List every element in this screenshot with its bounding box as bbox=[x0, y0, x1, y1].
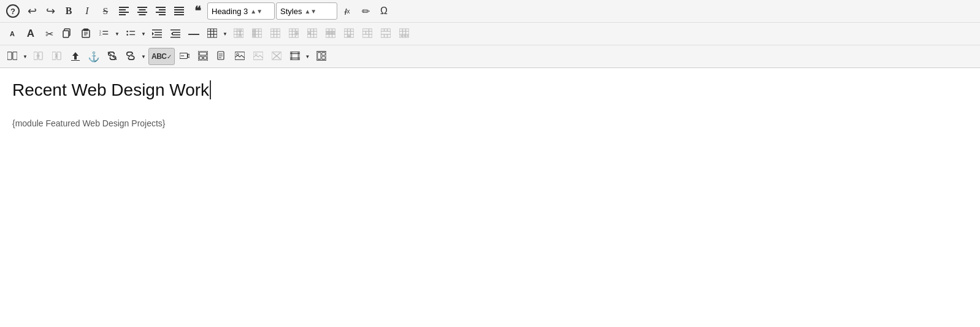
table-cols-button[interactable] bbox=[248, 25, 266, 42]
editor-heading[interactable]: Recent Web Design Work bbox=[12, 80, 211, 99]
copy-button[interactable] bbox=[59, 25, 76, 42]
media-manager-button[interactable] bbox=[313, 48, 330, 65]
svg-rect-132 bbox=[204, 56, 207, 60]
add-column-icon bbox=[34, 51, 44, 63]
undo-icon: ↩ bbox=[28, 4, 37, 18]
anchor-button[interactable]: ⚓ bbox=[85, 48, 102, 65]
table-del-col-button[interactable] bbox=[230, 25, 247, 42]
svg-rect-97 bbox=[381, 29, 391, 37]
hr-button[interactable]: — bbox=[185, 25, 202, 42]
align-justify-icon bbox=[174, 6, 184, 17]
outdent-button[interactable] bbox=[167, 25, 184, 42]
table-arrow[interactable]: ▼ bbox=[221, 25, 229, 42]
link-arrow[interactable]: ▼ bbox=[140, 48, 147, 65]
svg-rect-60 bbox=[270, 29, 280, 37]
form-insert-button[interactable] bbox=[176, 48, 193, 65]
clear-formatting-button[interactable]: I x bbox=[339, 2, 356, 20]
ordered-list-arrow[interactable]: ▼ bbox=[113, 25, 121, 42]
format-dropdown[interactable]: Heading 3 ▲▼ bbox=[207, 2, 275, 20]
table-merge-button[interactable] bbox=[377, 25, 394, 42]
svg-rect-5 bbox=[139, 9, 146, 10]
svg-rect-128 bbox=[188, 54, 189, 57]
media-button[interactable] bbox=[286, 48, 304, 65]
table-button[interactable] bbox=[204, 25, 221, 42]
align-right-button[interactable] bbox=[152, 2, 169, 20]
paste-button[interactable] bbox=[77, 25, 94, 42]
image-placeholder-button[interactable] bbox=[250, 48, 267, 65]
table-col2-button[interactable] bbox=[267, 25, 284, 42]
svg-rect-55 bbox=[252, 29, 256, 37]
table-split-cell-button[interactable] bbox=[359, 25, 376, 42]
table-del-row-button[interactable] bbox=[304, 25, 321, 42]
table-add-col-button[interactable] bbox=[285, 25, 302, 42]
svg-rect-80 bbox=[326, 31, 335, 34]
unlink-button[interactable] bbox=[104, 48, 121, 65]
del-image-button[interactable] bbox=[268, 48, 285, 65]
columns-arrow[interactable]: ▼ bbox=[21, 48, 29, 65]
svg-rect-31 bbox=[129, 34, 135, 34]
editor-content[interactable]: Recent Web Design Work {module Featured … bbox=[0, 68, 980, 252]
indent-button[interactable] bbox=[148, 25, 166, 42]
chevron-down-icon: ▼ bbox=[305, 54, 310, 60]
format-brush-button[interactable]: ✏ bbox=[357, 2, 374, 20]
svg-rect-17 bbox=[63, 31, 69, 37]
del-column-icon bbox=[52, 51, 62, 63]
svg-rect-11 bbox=[159, 14, 166, 15]
blockquote-icon: ❝ bbox=[194, 4, 201, 18]
template-button[interactable] bbox=[194, 48, 212, 65]
chevron-down-icon: ▼ bbox=[141, 31, 146, 37]
spellcheck-icon: ABC bbox=[151, 52, 167, 61]
special-char-button[interactable]: Ω bbox=[375, 2, 392, 20]
cut-icon: ✂ bbox=[45, 28, 53, 40]
strikethrough-button[interactable]: S bbox=[97, 2, 114, 20]
copy-doc-button[interactable] bbox=[213, 48, 230, 65]
svg-rect-152 bbox=[321, 56, 324, 58]
align-left-button[interactable] bbox=[115, 2, 132, 20]
columns-button[interactable] bbox=[4, 48, 21, 65]
svg-rect-151 bbox=[321, 52, 324, 55]
table-row-button[interactable] bbox=[322, 25, 339, 42]
form-insert-icon bbox=[180, 51, 189, 63]
del-column-button[interactable] bbox=[48, 48, 66, 65]
font-size-increase-button[interactable]: A bbox=[22, 25, 39, 42]
svg-rect-72 bbox=[307, 29, 317, 37]
svg-rect-4 bbox=[137, 7, 147, 8]
upload-button[interactable] bbox=[67, 48, 84, 65]
svg-rect-113 bbox=[13, 52, 17, 59]
italic-button[interactable]: I bbox=[78, 2, 96, 20]
ordered-list-button[interactable]: 1. 2. bbox=[96, 25, 113, 42]
svg-rect-139 bbox=[253, 52, 263, 59]
insert-image-button[interactable] bbox=[231, 48, 248, 65]
align-justify-button[interactable] bbox=[170, 2, 188, 20]
font-size-decrease-icon: A bbox=[10, 30, 15, 37]
help-button[interactable]: ? bbox=[4, 2, 22, 20]
hr-icon: — bbox=[188, 28, 199, 40]
svg-rect-35 bbox=[152, 37, 162, 38]
blockquote-button[interactable]: ❝ bbox=[189, 2, 206, 20]
indent-icon bbox=[152, 28, 162, 40]
styles-dropdown[interactable]: Styles ▲▼ bbox=[276, 2, 337, 20]
svg-rect-26 bbox=[102, 31, 108, 31]
table-prop-button[interactable] bbox=[396, 25, 413, 42]
undo-button[interactable]: ↩ bbox=[23, 2, 40, 20]
del-image-icon bbox=[272, 51, 281, 63]
toolbar-row-3: ▼ bbox=[0, 45, 980, 67]
italic-icon: I bbox=[85, 6, 88, 17]
unordered-list-arrow[interactable]: ▼ bbox=[140, 25, 147, 42]
svg-rect-130 bbox=[199, 52, 207, 55]
chevron-down-icon: ▼ bbox=[23, 54, 28, 60]
media-arrow[interactable]: ▼ bbox=[304, 48, 312, 65]
add-column-button[interactable] bbox=[30, 48, 47, 65]
table-merge-icon bbox=[381, 28, 391, 40]
link-button[interactable] bbox=[122, 48, 139, 65]
bold-button[interactable]: B bbox=[60, 2, 77, 20]
spellcheck-button[interactable]: ABC ✓ bbox=[148, 48, 175, 65]
table-prop-icon bbox=[399, 28, 409, 40]
table-add-row-icon bbox=[344, 28, 354, 40]
align-center-button[interactable] bbox=[134, 2, 151, 20]
cut-button[interactable]: ✂ bbox=[40, 25, 58, 42]
table-add-row-button[interactable] bbox=[340, 25, 358, 42]
redo-button[interactable]: ↪ bbox=[42, 2, 59, 20]
font-size-decrease-button[interactable]: A bbox=[4, 25, 21, 42]
unordered-list-button[interactable] bbox=[122, 25, 139, 42]
